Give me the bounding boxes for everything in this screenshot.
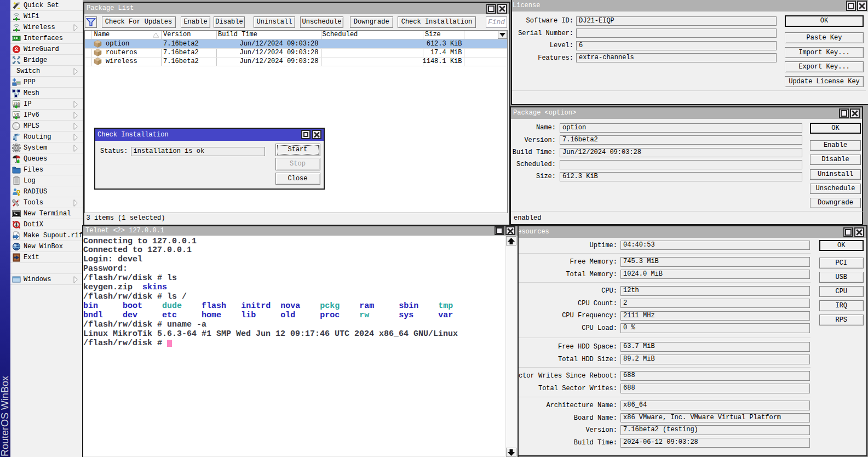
svg-text:v6: v6 xyxy=(14,112,20,117)
svg-text:255: 255 xyxy=(13,101,20,106)
